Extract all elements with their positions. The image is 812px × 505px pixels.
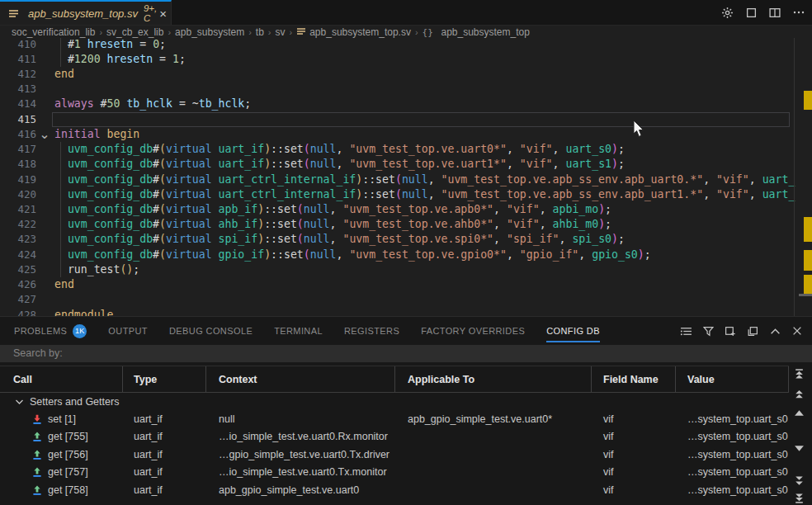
panel-tab-debug-console[interactable]: DEBUG CONSOLE bbox=[169, 317, 253, 345]
table-header: CallTypeContextApplicable ToField NameVa… bbox=[0, 366, 789, 393]
more-icon[interactable] bbox=[792, 6, 805, 19]
fold-chevron-icon[interactable]: ⌄ bbox=[39, 127, 50, 142]
code-line[interactable] bbox=[54, 292, 812, 307]
cell-value: …system_top.uart_s0 bbox=[676, 410, 789, 428]
get-call-icon bbox=[31, 466, 43, 478]
restore-icon[interactable] bbox=[744, 6, 758, 19]
column-header-call[interactable]: Call bbox=[0, 366, 123, 392]
code-line[interactable]: endmodule bbox=[54, 308, 812, 316]
indent-guide bbox=[60, 142, 61, 277]
panel-tab-factory-overrides[interactable]: FACTORY OVERRIDES bbox=[421, 317, 525, 345]
column-header-applicable-to[interactable]: Applicable To bbox=[395, 366, 592, 392]
cell-applicable-to bbox=[395, 464, 592, 482]
cell-field: vif bbox=[592, 428, 676, 446]
code-line[interactable]: uvm_config_db#(virtual uart_ctrl_interna… bbox=[54, 172, 812, 187]
code-line[interactable]: uvm_config_db#(virtual apb_if)::set(null… bbox=[54, 202, 812, 217]
line-number: 415 bbox=[0, 112, 36, 127]
breadcrumb-item-apb-subsystem-top-sv[interactable]: apb_subsystem_top.sv bbox=[296, 26, 411, 38]
line-number: 423 bbox=[0, 232, 36, 247]
filter-icon[interactable] bbox=[701, 324, 715, 337]
cell-type: uart_if bbox=[123, 428, 206, 446]
code-line[interactable]: #1 hresetn = 0; bbox=[54, 38, 812, 52]
table-row[interactable]: get [755]uart_if…io_simple_test.ve.uart0… bbox=[0, 428, 789, 446]
cell-call: get [755] bbox=[0, 428, 123, 446]
panel-tab-registers[interactable]: REGISTERS bbox=[344, 317, 399, 345]
vscode-window: apb_subsystem_top.sv 9+, C × soc_verific… bbox=[0, 0, 812, 505]
column-header-value[interactable]: Value bbox=[676, 366, 789, 392]
breadcrumb-item-sv-cb-ex-lib[interactable]: sv_cb_ex_lib bbox=[106, 26, 163, 38]
line-number: 421 bbox=[0, 202, 36, 217]
new-window-icon[interactable] bbox=[724, 324, 737, 337]
search-input[interactable]: Search by: bbox=[0, 345, 812, 362]
table-row[interactable]: get [757]uart_if…io_simple_test.ve.uart0… bbox=[0, 464, 789, 482]
code-line[interactable] bbox=[54, 82, 812, 97]
close-panel-icon[interactable] bbox=[791, 324, 804, 337]
code-line[interactable]: end bbox=[54, 67, 812, 82]
panel-tab-output[interactable]: OUTPUT bbox=[108, 317, 148, 345]
line-number: 417 bbox=[0, 142, 36, 157]
breadcrumb-item-tb[interactable]: tb bbox=[256, 26, 264, 38]
editor-tab[interactable]: apb_subsystem_top.sv 9+, C × bbox=[0, 0, 172, 25]
panel-tab-problems[interactable]: PROBLEMS1K bbox=[14, 317, 87, 345]
code-line[interactable]: uvm_config_db#(virtual ahb_if)::set(null… bbox=[54, 217, 812, 232]
column-header-context[interactable]: Context bbox=[206, 366, 395, 392]
code-line[interactable] bbox=[54, 112, 812, 127]
code-line[interactable]: #1200 hresetn = 1; bbox=[54, 52, 812, 67]
line-number: 420 bbox=[0, 187, 36, 202]
breadcrumb-item-sv[interactable]: sv bbox=[276, 26, 286, 38]
cell-value: …system_top.uart_s0 bbox=[676, 481, 789, 499]
tab-title: apb_subsystem_top.sv bbox=[28, 7, 138, 20]
code-line[interactable]: uvm_config_db#(virtual gpio_if)::set(nul… bbox=[54, 248, 812, 262]
table-row[interactable]: set [1]uart_ifnullapb_gpio_simple_test.v… bbox=[0, 410, 789, 428]
maximize-panel-icon[interactable] bbox=[768, 324, 781, 337]
breadcrumb-item-soc-verification-lib[interactable]: soc_verification_lib bbox=[12, 26, 95, 38]
cell-applicable-to bbox=[395, 446, 592, 464]
row-down-icon[interactable] bbox=[794, 445, 805, 455]
overview-ruler-modified-mark bbox=[804, 217, 812, 242]
code-line[interactable]: initial begin bbox=[54, 127, 812, 142]
line-number: 427 bbox=[0, 292, 36, 307]
code-line[interactable]: end bbox=[54, 277, 812, 292]
breadcrumb-separator: › bbox=[248, 27, 252, 37]
page-up-icon[interactable] bbox=[794, 389, 805, 399]
problems-count-badge: 1K bbox=[73, 324, 87, 338]
chevron-down-icon bbox=[15, 399, 24, 405]
cell-applicable-to bbox=[395, 428, 592, 446]
symbol-braces-icon: {} bbox=[423, 27, 439, 38]
code-editor[interactable]: 410 #1 hresetn = 0;411 #1200 hresetn = 1… bbox=[0, 38, 812, 316]
mouse-cursor bbox=[633, 120, 645, 138]
tree-view-icon[interactable] bbox=[679, 324, 692, 337]
cell-context: apb_gpio_simple_test.ve.uart0 bbox=[206, 481, 395, 499]
code-line[interactable]: uvm_config_db#(virtual uart_if)::set(nul… bbox=[54, 157, 812, 172]
scroll-top-icon[interactable] bbox=[794, 369, 805, 379]
panel-tab-config-db[interactable]: CONFIG DB bbox=[546, 317, 600, 345]
settings-icon[interactable] bbox=[720, 6, 734, 19]
table-row[interactable]: get [756]uart_if…gpio_simple_test.ve.uar… bbox=[0, 446, 789, 464]
table-group-setters-and-getters[interactable]: Setters and Getters bbox=[0, 393, 789, 410]
cell-value: …system_top.uart_s0 bbox=[676, 446, 789, 464]
column-header-field-name[interactable]: Field Name bbox=[592, 366, 676, 392]
cell-call: get [757] bbox=[0, 464, 123, 482]
panel-actions bbox=[679, 317, 804, 345]
breadcrumb-item-apb-subsystem-top[interactable]: {} apb_subsystem_top bbox=[423, 26, 530, 38]
line-number: 416 bbox=[0, 127, 36, 142]
indent-guide bbox=[60, 38, 61, 67]
code-line[interactable]: uvm_config_db#(virtual uart_ctrl_interna… bbox=[54, 187, 812, 202]
panel-tab-terminal[interactable]: TERMINAL bbox=[274, 317, 323, 345]
breadcrumb-separator: › bbox=[415, 27, 418, 37]
page-down-icon[interactable] bbox=[794, 475, 805, 485]
column-header-type[interactable]: Type bbox=[123, 366, 206, 392]
code-line[interactable]: uvm_config_db#(virtual spi_if)::set(null… bbox=[54, 232, 812, 247]
sv-file-icon bbox=[296, 26, 306, 36]
code-line[interactable]: uvm_config_db#(virtual uart_if)::set(nul… bbox=[54, 142, 812, 157]
code-line[interactable]: run_test(); bbox=[54, 262, 812, 277]
breadcrumb-item-apb-subsystem[interactable]: apb_subsystem bbox=[175, 26, 244, 38]
table-row[interactable]: get [758]uart_ifapb_gpio_simple_test.ve.… bbox=[0, 481, 789, 499]
split-editor-icon[interactable] bbox=[768, 6, 781, 19]
scroll-bottom-icon[interactable] bbox=[794, 493, 805, 503]
row-up-icon[interactable] bbox=[794, 409, 805, 419]
close-tab-icon[interactable]: × bbox=[157, 7, 169, 21]
duplicate-icon[interactable] bbox=[746, 324, 759, 337]
tab-bar: apb_subsystem_top.sv 9+, C × bbox=[0, 0, 812, 26]
code-line[interactable]: always #50 tb_hclk = ~tb_hclk; bbox=[54, 97, 812, 111]
